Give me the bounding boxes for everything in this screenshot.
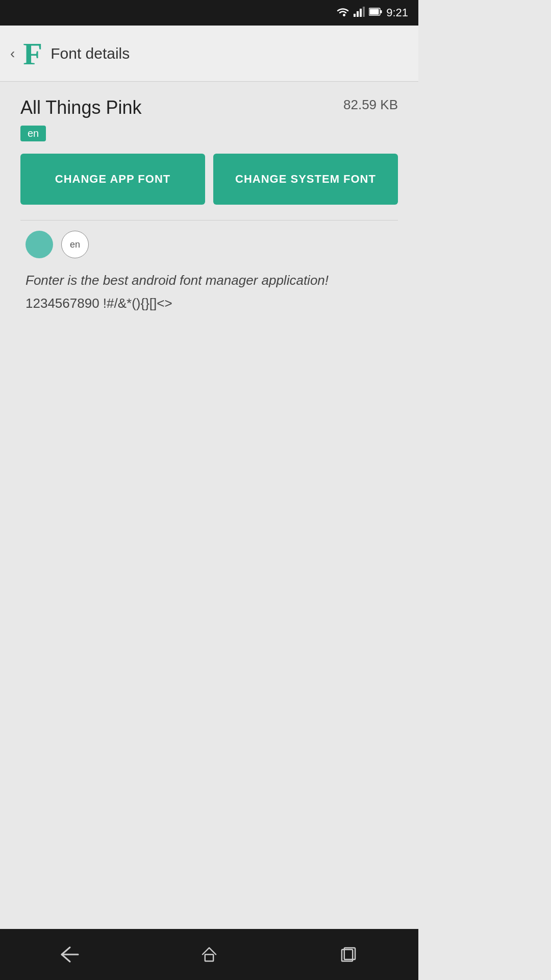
- status-time: 9:21: [386, 6, 408, 19]
- font-name: All Things Pink: [20, 97, 141, 118]
- divider: [20, 220, 398, 220]
- svg-rect-8: [205, 954, 213, 961]
- svg-rect-5: [370, 9, 379, 15]
- svg-rect-2: [360, 9, 362, 17]
- app-logo: F: [23, 38, 42, 69]
- status-icons: 9:21: [336, 6, 408, 19]
- language-picker[interactable]: en: [61, 231, 89, 258]
- app-bar-title: Font details: [51, 45, 130, 62]
- svg-rect-0: [354, 14, 356, 17]
- font-size: 82.59 KB: [343, 97, 398, 113]
- nav-recent-button[interactable]: [328, 939, 369, 970]
- wifi-icon: [336, 7, 349, 19]
- picker-row: en: [20, 231, 398, 258]
- battery-icon: [369, 7, 382, 18]
- app-bar: ‹ F Font details: [0, 26, 418, 82]
- svg-rect-1: [357, 11, 359, 17]
- nav-home-button[interactable]: [189, 939, 230, 970]
- change-app-font-button[interactable]: CHANGE APP FONT: [20, 154, 205, 205]
- signal-icon: [354, 7, 365, 19]
- nav-back-button[interactable]: [49, 939, 90, 970]
- svg-rect-3: [363, 7, 365, 17]
- main-content: All Things Pink 82.59 KB en CHANGE APP F…: [0, 82, 418, 327]
- language-badge: en: [20, 126, 46, 141]
- nav-bar: [0, 929, 418, 980]
- back-button[interactable]: ‹: [10, 45, 15, 62]
- svg-rect-6: [381, 10, 382, 13]
- color-picker[interactable]: [26, 231, 53, 258]
- buttons-row: CHANGE APP FONT CHANGE SYSTEM FONT: [20, 154, 398, 205]
- status-bar: 9:21: [0, 0, 418, 26]
- font-preview-text: Fonter is the best android font manager …: [20, 271, 398, 290]
- change-system-font-button[interactable]: CHANGE SYSTEM FONT: [213, 154, 398, 205]
- font-preview-chars: 1234567890 !#/&*(){}[]<>: [20, 296, 398, 311]
- font-name-row: All Things Pink 82.59 KB: [20, 97, 398, 118]
